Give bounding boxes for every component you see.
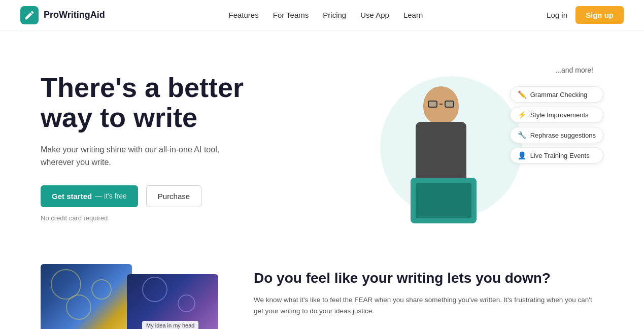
logo-icon [20, 6, 39, 24]
hero-right: ...and more! ★ ✏️ Grammar Checking ⚡ Sty… [350, 61, 603, 234]
hero-illustration: ...and more! ★ ✏️ Grammar Checking ⚡ Sty… [350, 61, 603, 234]
second-section-title: Do you feel like your writing lets you d… [254, 269, 603, 287]
hero-section: There's a better way to write Make your … [0, 30, 644, 254]
person-glasses [428, 101, 454, 108]
logo-link[interactable]: ProWritingAid [20, 6, 105, 24]
second-images: My idea in my head [41, 264, 223, 329]
swirl-2 [91, 279, 112, 300]
chip-grammar: ✏️ Grammar Checking [510, 86, 603, 103]
logo-svg [24, 10, 35, 21]
free-label: — it's free [95, 192, 127, 200]
laptop-screen [416, 183, 471, 218]
hero-left: There's a better way to write Make your … [41, 73, 304, 222]
no-credit-text: No credit card required [41, 214, 304, 222]
nav-pricing[interactable]: Pricing [323, 11, 346, 19]
training-icon: 👤 [518, 151, 526, 159]
login-button[interactable]: Log in [547, 11, 567, 19]
nav-links: Features For Teams Pricing Use App Learn [229, 11, 423, 20]
nav-actions: Log in Sign up [547, 6, 624, 24]
swirl-5 [178, 294, 195, 312]
hero-subtitle: Make your writing shine with our all-in-… [41, 143, 233, 169]
second-text: Do you feel like your writing lets you d… [254, 264, 603, 317]
get-started-button[interactable]: Get started — it's free [41, 185, 138, 207]
chip-training: 👤 Live Training Events [510, 147, 603, 163]
hero-buttons: Get started — it's free Purchase [41, 185, 304, 207]
nav-features[interactable]: Features [229, 11, 259, 19]
second-section: My idea in my head Do you feel like your… [0, 254, 644, 329]
feature-chips: ✏️ Grammar Checking ⚡ Style Improvements… [510, 86, 603, 163]
brand-name: ProWritingAid [44, 10, 105, 20]
nav-learn[interactable]: Learn [403, 11, 423, 19]
hero-title: There's a better way to write [41, 73, 304, 133]
laptop-graphic [411, 178, 477, 223]
style-icon: ⚡ [518, 111, 526, 119]
image-back [41, 264, 132, 329]
more-label: ...and more! [555, 66, 593, 74]
rephrase-icon: 🔧 [518, 131, 526, 139]
nav-for-teams[interactable]: For Teams [273, 11, 309, 19]
navbar: ProWritingAid Features For Teams Pricing… [0, 0, 644, 30]
chip-rephrase: 🔧 Rephrase suggestions [510, 127, 603, 143]
swirl-3 [66, 294, 91, 320]
second-section-desc: We know what it's like to feel the FEAR … [254, 294, 603, 316]
image-front: My idea in my head [127, 274, 218, 329]
signup-button[interactable]: Sign up [575, 6, 624, 24]
img-caption: My idea in my head [142, 321, 198, 329]
grammar-icon: ✏️ [518, 90, 526, 98]
swirl-4 [142, 277, 167, 302]
person-head [423, 86, 459, 124]
nav-use-app[interactable]: Use App [360, 11, 389, 19]
chip-style: ⚡ Style Improvements [510, 107, 603, 123]
purchase-button[interactable]: Purchase [146, 185, 201, 207]
